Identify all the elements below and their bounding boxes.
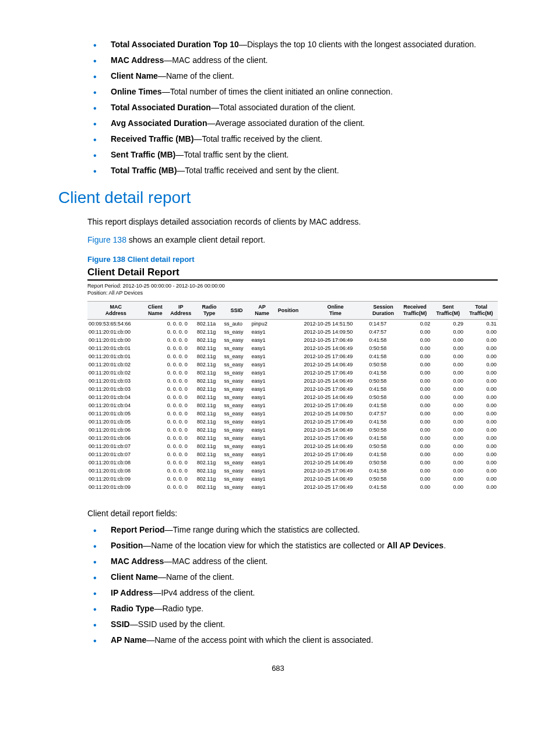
field-term: MAC Address: [111, 55, 164, 65]
table-row: 00:11:20:01:cb:060. 0. 0. 0802.11gss_eas…: [87, 426, 498, 434]
table-cell: 0.00: [431, 377, 464, 385]
list-item: SSID—SSID used by the client.: [93, 618, 498, 631]
table-row: 00:11:20:01:cb:030. 0. 0. 0802.11gss_eas…: [87, 377, 498, 385]
table-cell: 802.11g: [196, 328, 223, 336]
table-cell: 0.00: [464, 336, 498, 344]
table-cell: 2012-10-25 14:09:50: [303, 328, 368, 336]
table-cell: 0. 0. 0. 0: [166, 467, 196, 475]
table-cell: 00:11:20:01:cb:04: [87, 393, 145, 401]
table-cell: 2012-10-25 17:06:49: [303, 483, 368, 491]
list-item: Radio Type—Radio type.: [93, 603, 498, 615]
table-cell: 0.00: [431, 369, 464, 377]
table-cell: ss_easy: [223, 360, 250, 369]
table-cell: ss_easy: [223, 483, 250, 491]
table-cell: 00:11:20:01:cb:01: [87, 344, 145, 352]
field-term: IP Address: [111, 588, 153, 597]
table-cell: [145, 467, 166, 475]
table-cell: 802.11g: [196, 434, 223, 442]
table-row: 00:11:20:01:cb:080. 0. 0. 0802.11gss_eas…: [87, 467, 498, 475]
table-cell: 00:11:20:01:cb:09: [87, 483, 145, 491]
table-cell: 802.11g: [196, 426, 223, 434]
report-title: Client Detail Report: [87, 267, 498, 281]
field-term: Total Traffic (MB): [111, 166, 177, 175]
table-cell: 0.00: [399, 360, 432, 369]
table-cell: 0.00: [464, 328, 498, 336]
table-cell: 00:11:20:01:cb:05: [87, 410, 145, 418]
table-cell: 0. 0. 0. 0: [166, 483, 196, 491]
table-cell: 0:41:58: [368, 434, 398, 442]
table-cell: 00:11:20:01:cb:01: [87, 352, 145, 360]
table-cell: 0.00: [431, 483, 464, 491]
table-cell: 0.00: [464, 442, 498, 450]
table-row: 00:11:20:01:cb:080. 0. 0. 0802.11gss_eas…: [87, 459, 498, 467]
table-header-cell: RadioType: [196, 302, 223, 320]
table-cell: 0:50:58: [368, 377, 398, 385]
list-item: Client Name—Name of the client.: [93, 571, 498, 583]
table-cell: 802.11g: [196, 352, 223, 360]
table-header-cell: SentTraffic(M): [431, 302, 464, 320]
table-cell: 0.00: [431, 418, 464, 426]
table-cell: 0:41:58: [368, 401, 398, 410]
table-cell: 0:41:58: [368, 483, 398, 491]
field-term: Received Traffic (MB): [111, 134, 193, 144]
table-cell: [145, 401, 166, 410]
table-cell: 0.00: [464, 377, 498, 385]
table-cell: 0.00: [431, 434, 464, 442]
field-term: SSID: [111, 620, 130, 629]
table-cell: 0. 0. 0. 0: [166, 418, 196, 426]
table-cell: ss_easy: [223, 377, 250, 385]
table-cell: 00:11:20:01:cb:07: [87, 450, 145, 459]
table-cell: 0. 0. 0. 0: [166, 336, 196, 344]
table-cell: ss_easy: [223, 418, 250, 426]
table-cell: 0.00: [431, 475, 464, 483]
table-cell: 0.00: [431, 450, 464, 459]
list-item: MAC Address—MAC address of the client.: [93, 54, 498, 66]
table-row: 00:11:20:01:cb:040. 0. 0. 0802.11gss_eas…: [87, 401, 498, 410]
table-cell: 00:11:20:01:cb:08: [87, 459, 145, 467]
table-cell: easy1: [251, 410, 274, 418]
table-cell: 00:11:20:01:cb:04: [87, 401, 145, 410]
table-cell: 0.00: [464, 393, 498, 401]
table-cell: easy1: [251, 426, 274, 434]
table-cell: 0.00: [399, 450, 432, 459]
list-item: Report Period—Time range during which th…: [93, 524, 498, 536]
table-cell: 00:11:20:01:cb:05: [87, 418, 145, 426]
table-cell: easy1: [251, 369, 274, 377]
table-cell: 0:50:58: [368, 344, 398, 352]
table-cell: 0.00: [464, 434, 498, 442]
list-item: Avg Associated Duration—Average associat…: [93, 117, 498, 130]
list-item: Sent Traffic (MB)—Total traffic sent by …: [93, 149, 498, 161]
table-cell: [145, 377, 166, 385]
table-cell: 0. 0. 0. 0: [166, 434, 196, 442]
table-cell: 2012-10-25 14:06:49: [303, 442, 368, 450]
table-row: 00:11:20:01:cb:070. 0. 0. 0802.11gss_eas…: [87, 442, 498, 450]
table-cell: 0.00: [399, 352, 432, 360]
table-cell: 802.11g: [196, 442, 223, 450]
table-cell: 0.00: [399, 393, 432, 401]
table-cell: 0.00: [464, 450, 498, 459]
table-cell: 2012-10-25 14:06:49: [303, 360, 368, 369]
table-row: 00:11:20:01:cb:010. 0. 0. 0802.11gss_eas…: [87, 344, 498, 352]
table-cell: easy1: [251, 450, 274, 459]
table-cell: 2012-10-25 17:06:49: [303, 352, 368, 360]
table-cell: 0.00: [464, 459, 498, 467]
table-cell: 0.00: [431, 426, 464, 434]
table-cell: 00:11:20:01:cb:08: [87, 467, 145, 475]
table-cell: 0.00: [464, 344, 498, 352]
table-cell: 0. 0. 0. 0: [166, 450, 196, 459]
figure-link[interactable]: Figure 138: [87, 235, 126, 244]
table-row: 00:11:20:01:cb:020. 0. 0. 0802.11gss_eas…: [87, 360, 498, 369]
table-cell: 802.11g: [196, 360, 223, 369]
table-header-cell: MACAddress: [87, 302, 145, 320]
table-cell: 0.00: [464, 410, 498, 418]
table-cell: 0.00: [399, 369, 432, 377]
table-cell: 802.11g: [196, 336, 223, 344]
table-cell: 0.00: [431, 344, 464, 352]
table-cell: 802.11g: [196, 467, 223, 475]
table-cell: 0:50:58: [368, 475, 398, 483]
table-cell: 0. 0. 0. 0: [166, 401, 196, 410]
table-cell: 00:11:20:01:cb:02: [87, 369, 145, 377]
table-cell: easy1: [251, 336, 274, 344]
section-heading: Client detail report: [58, 188, 498, 207]
table-row: 00:11:20:01:cb:020. 0. 0. 0802.11gss_eas…: [87, 369, 498, 377]
